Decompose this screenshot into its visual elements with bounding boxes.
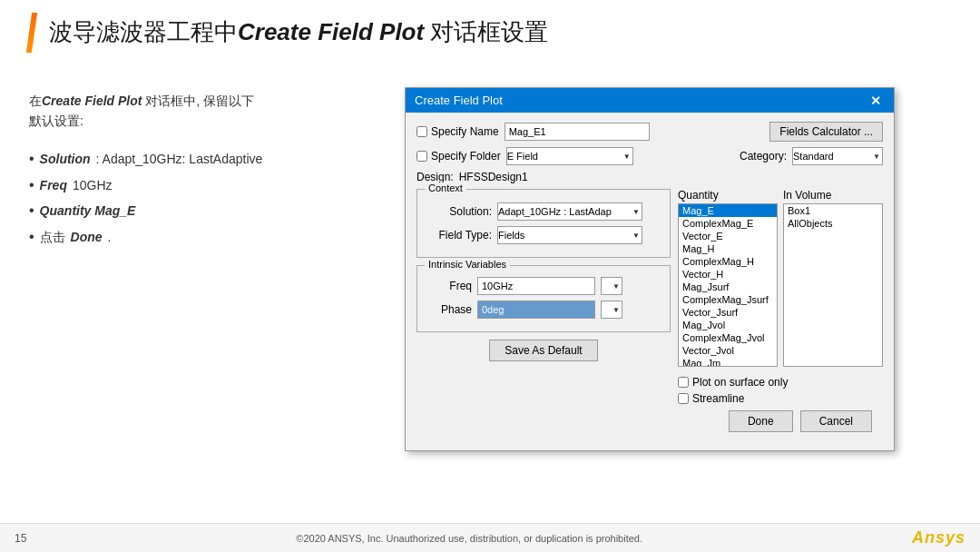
context-group: Context Solution: Adapt_10GHz : LastAdap: [416, 189, 671, 258]
quantity-item[interactable]: Mag_Jm: [679, 357, 777, 367]
bullet-bold-1: Freq: [40, 174, 67, 197]
bullet-bold-3: Done: [71, 226, 103, 249]
context-group-content: Solution: Adapt_10GHz : LastAdap Field T…: [417, 190, 670, 257]
quantity-item[interactable]: Mag_E: [679, 204, 777, 217]
quantity-item[interactable]: Vector_E: [679, 230, 777, 242]
streamline-text: Streamline: [692, 392, 744, 405]
quantity-item[interactable]: Mag_Jvol: [679, 319, 777, 331]
context-group-title: Context: [425, 182, 466, 193]
specify-name-input[interactable]: [505, 123, 650, 141]
bullet-rest-0: : Adapt_10GHz: LastAdaptive: [96, 148, 263, 171]
bullet-item-quantity: Quantity Mag_E: [29, 198, 319, 224]
specify-name-row: Specify Name Fields Calculator ...: [416, 122, 883, 142]
bullet-list: Solution: Adapt_10GHz: LastAdaptive Freq…: [29, 146, 319, 251]
quantity-item[interactable]: Vector_Jvol: [679, 344, 777, 357]
ansys-logo: Ansys: [912, 528, 965, 547]
save-default-container: Save As Default: [416, 340, 671, 361]
right-section: Quantity Mag_EComplexMag_EVector_EMag_HC…: [678, 189, 883, 405]
freq-unit-wrapper: [601, 277, 622, 295]
category-select-wrapper: Standard: [792, 147, 883, 165]
bottom-button-group: Done Cancel: [729, 410, 872, 432]
save-as-default-button[interactable]: Save As Default: [489, 340, 597, 361]
header: 波导滤波器工程中Create Field Plot 对话框设置: [0, 0, 980, 65]
bullet-item-solution: Solution: Adapt_10GHz: LastAdaptive: [29, 146, 319, 172]
quantity-item[interactable]: ComplexMag_Jvol: [679, 331, 777, 344]
solution-label: Solution:: [426, 205, 492, 218]
dialog-titlebar: Create Field Plot ✕: [406, 88, 894, 113]
fields-calculator-button[interactable]: Fields Calculator ...: [769, 122, 883, 142]
specify-folder-checkbox[interactable]: [416, 151, 427, 162]
phase-label: Phase: [426, 303, 472, 316]
field-type-label: Field Type:: [426, 229, 492, 242]
title-suffix: 对话框设置: [424, 18, 548, 45]
dialog-wrapper: Create Field Plot ✕ Specify Name Fields …: [348, 84, 951, 508]
quantity-item[interactable]: Mag_Jsurf: [679, 281, 777, 293]
streamline-checkbox[interactable]: [678, 393, 689, 404]
bullet-rest-1: 10GHz: [73, 174, 113, 197]
intrinsic-variables-group: Intrinsic Variables Freq: [416, 265, 671, 332]
specify-name-label: Specify Name: [431, 125, 499, 138]
plot-surface-only-label[interactable]: Plot on surface only: [678, 376, 883, 389]
quantity-item[interactable]: ComplexMag_E: [679, 217, 777, 230]
design-row: Design: HFSSDesign1: [416, 171, 883, 183]
category-select[interactable]: Standard: [792, 147, 883, 165]
streamline-label[interactable]: Streamline: [678, 392, 883, 405]
dialog-close-button[interactable]: ✕: [867, 94, 885, 107]
solution-select[interactable]: Adapt_10GHz : LastAdap: [497, 202, 642, 221]
specify-folder-select[interactable]: E Field: [506, 147, 633, 165]
specify-folder-checkbox-label[interactable]: Specify Folder: [416, 150, 501, 163]
involume-listbox[interactable]: Box1AllObjects: [783, 203, 883, 367]
create-field-plot-dialog: Create Field Plot ✕ Specify Name Fields …: [405, 87, 895, 451]
involume-item[interactable]: AllObjects: [784, 217, 882, 230]
bullet-prefix-3: 点击: [40, 226, 65, 249]
done-button[interactable]: Done: [729, 410, 793, 432]
freq-unit-select[interactable]: [601, 277, 622, 295]
freq-row: Freq: [426, 277, 661, 295]
involume-item[interactable]: Box1: [784, 204, 882, 217]
bullet-item-freq: Freq 10GHz: [29, 172, 319, 199]
bullet-rest-3: .: [108, 226, 112, 249]
field-type-select-wrapper: Fields: [497, 226, 642, 244]
intrinsic-group-content: Freq Phase: [417, 266, 670, 331]
bullet-bold-0: Solution: [40, 148, 91, 171]
quantity-item[interactable]: Vector_Jsurf: [679, 306, 777, 319]
specify-name-checkbox-label[interactable]: Specify Name: [416, 125, 499, 138]
bullet-item-done: 点击 Done.: [29, 224, 319, 251]
intro-text: 在Create Field Plot 对话框中, 保留以下默认设置:: [29, 91, 319, 132]
columns-section: Quantity Mag_EComplexMag_EVector_EMag_HC…: [678, 189, 883, 367]
field-type-select[interactable]: Fields: [497, 226, 642, 244]
header-accent: [26, 13, 37, 53]
bullet-bold-2: Quantity Mag_E: [40, 200, 136, 222]
phase-row: Phase: [426, 301, 661, 319]
quantity-listbox[interactable]: Mag_EComplexMag_EVector_EMag_HComplexMag…: [678, 203, 778, 367]
page-title: 波导滤波器工程中Create Field Plot 对话框设置: [49, 18, 548, 46]
category-label: Category:: [740, 150, 787, 163]
phase-unit-select[interactable]: [601, 301, 622, 319]
solution-row: Solution: Adapt_10GHz : LastAdap: [426, 202, 661, 221]
freq-input[interactable]: [477, 277, 595, 295]
involume-header: In Volume: [783, 189, 883, 202]
phase-unit-wrapper: [601, 301, 622, 319]
specify-folder-row: Specify Folder E Field Category: Standar…: [416, 147, 883, 165]
design-value: HFSSDesign1: [459, 171, 528, 183]
quantity-item[interactable]: ComplexMag_H: [679, 255, 777, 268]
field-type-row: Field Type: Fields: [426, 226, 661, 244]
footer: 15 ©2020 ANSYS, Inc. Unauthorized use, d…: [0, 523, 980, 552]
specify-name-checkbox[interactable]: [416, 126, 427, 137]
page-number: 15: [15, 532, 26, 545]
solution-select-wrapper: Adapt_10GHz : LastAdap: [497, 202, 642, 221]
involume-column: In Volume Box1AllObjects: [783, 189, 883, 367]
dialog-body: Specify Name Fields Calculator ... Speci…: [406, 113, 894, 450]
quantity-item[interactable]: Mag_H: [679, 242, 777, 255]
cancel-button[interactable]: Cancel: [800, 410, 872, 432]
dialog-title: Create Field Plot: [415, 94, 503, 107]
plot-surface-only-text: Plot on surface only: [692, 376, 788, 389]
quantity-column: Quantity Mag_EComplexMag_EVector_EMag_HC…: [678, 189, 778, 367]
specify-folder-select-wrapper: E Field: [506, 147, 633, 165]
phase-input[interactable]: [477, 301, 595, 319]
plot-surface-only-checkbox[interactable]: [678, 377, 689, 388]
quantity-item[interactable]: Vector_H: [679, 268, 777, 281]
quantity-item[interactable]: ComplexMag_Jsurf: [679, 293, 777, 306]
title-italic: Create Field Plot: [238, 18, 424, 45]
title-prefix: 波导滤波器工程中: [49, 18, 238, 45]
